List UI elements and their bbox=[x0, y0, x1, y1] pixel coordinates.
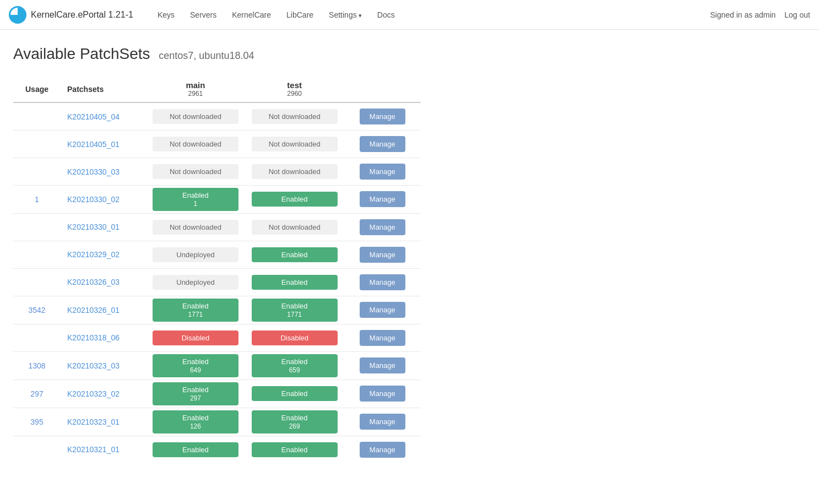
cell-patchset: K20210330_02 bbox=[61, 186, 146, 214]
brand-logo-icon bbox=[9, 6, 26, 24]
status-badge-test: Enabled269 bbox=[252, 410, 338, 433]
status-badge-main: Not downloaded bbox=[153, 164, 238, 179]
manage-button[interactable]: Manage bbox=[360, 357, 405, 373]
status-badge-main: Not downloaded bbox=[153, 220, 238, 235]
cell-patchset: K20210330_01 bbox=[61, 213, 146, 241]
status-badge-test: Enabled bbox=[252, 247, 338, 262]
cell-manage: Manage bbox=[344, 408, 421, 436]
nav-docs[interactable]: Docs bbox=[371, 7, 402, 23]
cell-main-status: Enabled649 bbox=[146, 351, 245, 380]
nav-kernelcare[interactable]: KernelCare bbox=[225, 7, 278, 23]
cell-patchset: K20210326_01 bbox=[61, 296, 146, 324]
nav-settings[interactable]: Settings bbox=[322, 7, 368, 23]
cell-main-status: Undeployed bbox=[146, 241, 245, 268]
status-badge-main: Enabled126 bbox=[153, 410, 238, 433]
patchset-link[interactable]: K20210329_02 bbox=[67, 250, 120, 259]
cell-test-status: Enabled bbox=[245, 241, 344, 268]
cell-manage: Manage bbox=[344, 158, 421, 186]
cell-usage: 395 bbox=[13, 408, 61, 436]
cell-main-status: Not downloaded bbox=[146, 213, 245, 241]
nav-right: Signed in as admin Log out bbox=[710, 10, 810, 19]
cell-usage bbox=[13, 158, 61, 186]
cell-manage: Manage bbox=[344, 131, 421, 158]
manage-button[interactable]: Manage bbox=[360, 136, 405, 152]
status-badge-main: Not downloaded bbox=[153, 109, 238, 124]
cell-manage: Manage bbox=[344, 213, 421, 241]
cell-patchset: K20210405_04 bbox=[61, 102, 146, 131]
patchset-link[interactable]: K20210330_01 bbox=[67, 223, 120, 231]
table-row: K20210326_03UndeployedEnabledManage bbox=[13, 268, 421, 296]
status-badge-test: Enabled659 bbox=[252, 354, 338, 377]
manage-button[interactable]: Manage bbox=[360, 302, 405, 318]
patchset-link[interactable]: K20210318_06 bbox=[67, 333, 120, 342]
status-badge-test: Enabled bbox=[252, 386, 338, 401]
patchset-link[interactable]: K20210330_03 bbox=[67, 167, 120, 176]
manage-button[interactable]: Manage bbox=[360, 219, 405, 235]
nav-keys[interactable]: Keys bbox=[151, 7, 181, 23]
patchset-link[interactable]: K20210326_01 bbox=[67, 306, 120, 315]
table-row: K20210318_06DisabledDisabledManage bbox=[13, 324, 421, 351]
manage-button[interactable]: Manage bbox=[360, 274, 405, 290]
patchset-link[interactable]: K20210323_02 bbox=[67, 389, 120, 398]
cell-patchset: K20210330_03 bbox=[61, 158, 146, 186]
cell-test-status: Enabled bbox=[245, 268, 344, 296]
cell-main-status: Enabled1771 bbox=[146, 296, 245, 324]
patchset-link[interactable]: K20210323_03 bbox=[67, 361, 120, 370]
header-patchsets: Patchsets bbox=[61, 76, 146, 102]
cell-main-status: Not downloaded bbox=[146, 102, 245, 131]
cell-manage: Manage bbox=[344, 241, 421, 268]
cell-main-status: Undeployed bbox=[146, 268, 245, 296]
cell-manage: Manage bbox=[344, 186, 421, 214]
cell-usage: 3542 bbox=[13, 296, 61, 324]
cell-main-status: Disabled bbox=[146, 324, 245, 351]
status-badge-main: Not downloaded bbox=[153, 137, 238, 151]
header-test: test 2960 bbox=[245, 76, 344, 102]
cell-main-status: Not downloaded bbox=[146, 131, 245, 158]
cell-test-status: Enabled bbox=[245, 380, 344, 408]
brand-title: KernelCare.ePortal 1.21-1 bbox=[31, 10, 133, 20]
patchset-link[interactable]: K20210323_01 bbox=[67, 418, 120, 426]
manage-button[interactable]: Manage bbox=[360, 414, 405, 430]
cell-manage: Manage bbox=[344, 102, 421, 131]
cell-main-status: Not downloaded bbox=[146, 158, 245, 186]
nav-libcare[interactable]: LibCare bbox=[280, 7, 320, 23]
cell-usage: 1 bbox=[13, 186, 61, 214]
brand-logo-link[interactable]: KernelCare.ePortal 1.21-1 bbox=[9, 6, 133, 24]
manage-button[interactable]: Manage bbox=[360, 386, 405, 402]
cell-patchset: K20210323_03 bbox=[61, 351, 146, 380]
table-row: K20210321_01EnabledEnabledManage bbox=[13, 436, 421, 463]
manage-button[interactable]: Manage bbox=[360, 164, 405, 180]
table-row: K20210405_01Not downloadedNot downloaded… bbox=[13, 131, 421, 158]
manage-button[interactable]: Manage bbox=[360, 247, 405, 263]
status-badge-test: Enabled bbox=[252, 275, 338, 290]
cell-usage bbox=[13, 131, 61, 158]
status-badge-main: Undeployed bbox=[153, 247, 238, 262]
cell-patchset: K20210323_01 bbox=[61, 408, 146, 436]
patchset-link[interactable]: K20210321_01 bbox=[67, 445, 120, 454]
table-row: K20210330_03Not downloadedNot downloaded… bbox=[13, 158, 421, 186]
cell-usage bbox=[13, 213, 61, 241]
cell-patchset: K20210405_01 bbox=[61, 131, 146, 158]
patchset-link[interactable]: K20210330_02 bbox=[67, 195, 120, 204]
manage-button[interactable]: Manage bbox=[360, 191, 405, 207]
table-row: K20210405_04Not downloadedNot downloaded… bbox=[13, 102, 421, 131]
patchset-link[interactable]: K20210405_04 bbox=[67, 112, 120, 121]
manage-button[interactable]: Manage bbox=[360, 442, 405, 458]
cell-usage: 1308 bbox=[13, 351, 61, 380]
patchsets-table-wrap: Usage Patchsets main 2961 test 2960 K202… bbox=[13, 76, 421, 463]
cell-test-status: Not downloaded bbox=[245, 213, 344, 241]
manage-button[interactable]: Manage bbox=[360, 109, 405, 124]
status-badge-main: Undeployed bbox=[153, 275, 238, 290]
status-badge-main: Enabled649 bbox=[153, 354, 238, 377]
cell-test-status: Not downloaded bbox=[245, 131, 344, 158]
logout-link[interactable]: Log out bbox=[784, 10, 810, 19]
status-badge-test: Enabled bbox=[252, 192, 338, 207]
status-badge-main: Disabled bbox=[153, 330, 238, 345]
patchsets-table: Usage Patchsets main 2961 test 2960 K202… bbox=[13, 76, 421, 463]
cell-test-status: Not downloaded bbox=[245, 102, 344, 131]
patchset-link[interactable]: K20210326_03 bbox=[67, 278, 120, 286]
nav-servers[interactable]: Servers bbox=[183, 7, 223, 23]
table-row: K20210329_02UndeployedEnabledManage bbox=[13, 241, 421, 268]
patchset-link[interactable]: K20210405_01 bbox=[67, 140, 120, 149]
manage-button[interactable]: Manage bbox=[360, 330, 405, 346]
